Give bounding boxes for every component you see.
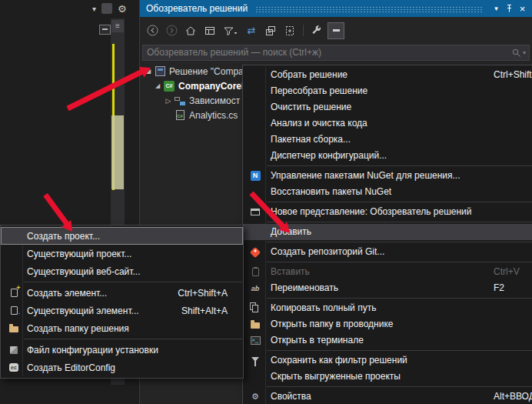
menu-separator xyxy=(267,165,532,166)
solution-explorer-toolbar: ⇄ xyxy=(140,17,532,42)
menu-separator xyxy=(24,339,242,339)
editor-corner-toolbar: ▾ ⚙ xyxy=(92,2,127,15)
panel-title-bar[interactable]: Обозреватель решений ▾ × xyxy=(140,0,532,17)
home-icon[interactable] xyxy=(182,22,199,39)
menu-separator xyxy=(267,242,532,242)
menu-item-existing-item[interactable]: Существующий элемент... Shift+Alt+A xyxy=(1,302,243,319)
menu-item-rename[interactable]: Переименовать F2 xyxy=(243,280,532,296)
switch-views-icon[interactable] xyxy=(201,22,218,39)
menu-separator xyxy=(267,298,532,299)
menu-item-existing-project[interactable]: Существующий проект... xyxy=(1,245,243,262)
menu-item-add[interactable]: Добавить xyxy=(243,224,532,240)
menu-separator xyxy=(267,202,532,202)
copy-path-icon xyxy=(248,300,263,316)
pin-icon[interactable] xyxy=(503,2,516,15)
pending-changes-filter-icon[interactable] xyxy=(221,22,241,39)
solution-context-menu: Собрать решение Ctrl+Shift+B Пересобрать… xyxy=(242,65,532,404)
close-icon[interactable]: × xyxy=(516,2,529,15)
search-placeholder: Обозреватель решений — поиск (Ctrl+ж) xyxy=(143,45,529,60)
csharp-project-icon xyxy=(162,81,176,92)
menu-item-rebuild-solution[interactable]: Пересобрать решение xyxy=(243,83,532,99)
properties-icon xyxy=(248,389,263,404)
toolbar-separator xyxy=(303,25,304,36)
scrollbar-splitter-grip[interactable] xyxy=(111,20,124,32)
search-input[interactable]: Обозреватель решений — поиск (Ctrl+ж) ▾ xyxy=(142,45,530,61)
new-view-icon xyxy=(248,204,263,220)
scrollbar-thumb[interactable] xyxy=(111,115,124,189)
solution-icon xyxy=(153,66,167,76)
minimize-widget[interactable] xyxy=(99,25,111,35)
menu-item-save-as-solution-filter[interactable]: Сохранить как фильтр решений xyxy=(243,352,532,369)
menu-item-clean-solution[interactable]: Очистить решение xyxy=(243,99,532,115)
forward-icon[interactable] xyxy=(163,22,180,39)
menu-item-setup-config-file[interactable]: Файл конфигурации установки xyxy=(1,341,243,359)
save-filter-icon xyxy=(248,352,263,369)
menu-item-create-git-repository[interactable]: Создать репозиторий Git... xyxy=(243,244,532,260)
menu-separator xyxy=(267,386,532,387)
csharp-file-icon xyxy=(173,110,187,120)
chevron-down-icon[interactable]: ▾ xyxy=(92,5,96,13)
add-submenu: Создать проект... Существующий проект...… xyxy=(0,225,244,379)
menu-separator xyxy=(267,222,532,222)
menu-item-properties[interactable]: Свойства Alt+ВВОД xyxy=(243,389,532,404)
wrench-icon[interactable] xyxy=(308,22,325,39)
show-all-files-icon[interactable] xyxy=(281,22,298,39)
new-solution-folder-icon xyxy=(1,324,27,332)
menu-item-new-solution-folder[interactable]: Создать папку решения xyxy=(1,319,243,337)
menu-item-new-item[interactable]: Создать элемент... Ctrl+Shift+A xyxy=(1,284,243,302)
arrow-to-solution-node xyxy=(68,67,151,109)
sync-with-active-document-icon[interactable]: ⇄ xyxy=(243,22,260,39)
menu-separator xyxy=(267,262,532,262)
preview-selected-items-icon[interactable] xyxy=(328,22,344,39)
menu-item-paste[interactable]: Вставить Ctrl+V xyxy=(243,264,532,280)
dependencies-icon xyxy=(173,96,187,105)
expander-icon[interactable] xyxy=(153,82,162,89)
git-icon xyxy=(248,244,263,260)
visual-studio-window: ▾ ⚙ Обозреватель решений ▾ × xyxy=(0,0,532,404)
window-position-icon[interactable]: ▾ xyxy=(490,2,503,15)
menu-item-open-folder-in-explorer[interactable]: Открыть папку в проводнике xyxy=(243,316,532,332)
new-item-icon xyxy=(1,289,27,297)
menu-item-hide-unloaded-projects[interactable]: Скрыть выгруженные проекты xyxy=(243,369,532,385)
menu-item-analyze-cleanup[interactable]: Анализ и очистка кода xyxy=(243,115,532,132)
menu-item-restore-nuget[interactable]: Восстановить пакеты NuGet xyxy=(243,184,532,200)
menu-item-batch-build[interactable]: Пакетная сборка... xyxy=(243,132,532,148)
menu-separator xyxy=(267,350,532,351)
menu-item-existing-website[interactable]: Существующий веб-сайт... xyxy=(1,262,243,280)
search-options-caret-icon[interactable]: ▾ xyxy=(523,49,526,56)
editorconfig-icon xyxy=(1,363,27,372)
menu-item-copy-full-path[interactable]: Копировать полный путь xyxy=(243,300,532,316)
paste-icon xyxy=(248,264,263,280)
nuget-icon xyxy=(248,168,263,184)
title-drag-grip[interactable] xyxy=(255,5,482,12)
expander-icon[interactable] xyxy=(164,97,173,105)
collapse-all-icon[interactable] xyxy=(262,22,279,39)
setup-config-file-icon xyxy=(1,346,27,354)
terminal-icon xyxy=(248,332,263,349)
gear-icon[interactable]: ⚙ xyxy=(118,3,127,15)
search-icon[interactable]: ▾ xyxy=(511,48,526,58)
back-icon[interactable] xyxy=(144,22,161,39)
menu-item-manage-nuget[interactable]: Управление пакетами NuGet для решения... xyxy=(243,168,532,184)
existing-item-icon xyxy=(1,306,27,315)
menu-item-new-solution-explorer-view[interactable]: Новое представление: Обозреватель решени… xyxy=(243,204,532,220)
menu-separator xyxy=(24,282,242,282)
menu-item-new-project[interactable]: Создать проект... xyxy=(1,227,243,245)
menu-item-configuration-manager[interactable]: Диспетчер конфигураций... xyxy=(243,148,532,164)
expander-icon[interactable] xyxy=(144,68,153,75)
panel-title: Обозреватель решений xyxy=(146,3,248,14)
extension-box-icon[interactable] xyxy=(101,3,112,14)
open-folder-icon xyxy=(248,316,263,332)
menu-item-open-in-terminal[interactable]: Открыть в терминале xyxy=(243,332,532,349)
rename-icon xyxy=(248,280,263,296)
menu-item-build-solution[interactable]: Собрать решение Ctrl+Shift+B xyxy=(243,67,532,83)
menu-item-create-editorconfig[interactable]: Создать EditorConfig xyxy=(1,359,243,376)
